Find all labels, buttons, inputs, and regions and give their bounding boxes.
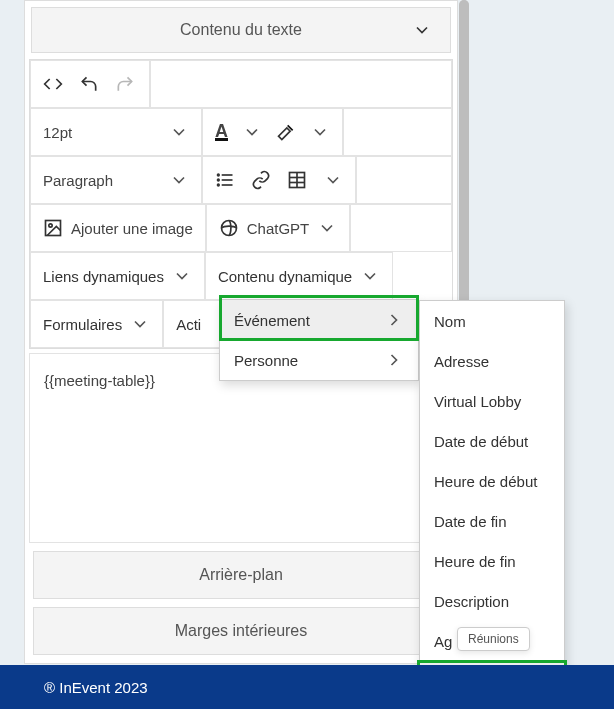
svg-point-11 — [49, 224, 52, 227]
submenu-item-end-time[interactable]: Heure de fin — [420, 541, 564, 581]
chevron-down-icon — [317, 218, 337, 238]
section-background-label: Arrière-plan — [199, 566, 283, 584]
section-padding-label: Marges intérieures — [175, 622, 308, 640]
submenu-item-end-date[interactable]: Date de fin — [420, 501, 564, 541]
toolbar-spacer — [343, 108, 452, 156]
submenu-label: Description — [434, 593, 509, 610]
submenu-label: Heure de fin — [434, 553, 516, 570]
table-icon[interactable] — [287, 170, 307, 190]
menu-item-person[interactable]: Personne — [220, 340, 418, 380]
footer-text: ® InEvent 2023 — [44, 679, 148, 696]
block-format-value: Paragraph — [43, 172, 113, 189]
text-color-icon: A — [215, 124, 228, 141]
chatgpt-icon — [219, 218, 239, 238]
dynamic-links-label: Liens dynamiques — [43, 268, 164, 285]
submenu-label: Date de fin — [434, 513, 507, 530]
toolbar-group-history — [30, 60, 150, 108]
forms-dropdown[interactable]: Formulaires — [30, 300, 163, 348]
toolbar-spacer — [356, 156, 452, 204]
activity-label: Acti — [176, 316, 201, 333]
chevron-down-icon — [172, 266, 192, 286]
chevron-down-icon — [169, 122, 189, 142]
section-header-background[interactable]: Arrière-plan — [33, 551, 449, 599]
submenu-item-address[interactable]: Adresse — [420, 341, 564, 381]
forms-label: Formulaires — [43, 316, 122, 333]
chevron-down-icon[interactable] — [323, 170, 343, 190]
add-image-button[interactable]: Ajouter une image — [30, 204, 206, 252]
menu-item-label: Personne — [234, 352, 298, 369]
chevron-down-icon[interactable] — [242, 122, 262, 142]
undo-icon[interactable] — [79, 74, 99, 94]
redo-icon[interactable] — [115, 74, 135, 94]
link-icon[interactable] — [251, 170, 271, 190]
svg-point-5 — [218, 184, 220, 186]
submenu-item-name[interactable]: Nom — [420, 301, 564, 341]
footer: ® InEvent 2023 — [0, 665, 614, 709]
menu-item-label: Événement — [234, 312, 310, 329]
chevron-down-icon — [130, 314, 150, 334]
chatgpt-button[interactable]: ChatGPT — [206, 204, 351, 252]
tooltip-meetings: Réunions — [457, 627, 530, 651]
code-icon[interactable] — [43, 74, 63, 94]
text-color-button[interactable]: A — [215, 124, 228, 141]
svg-point-12 — [221, 221, 236, 236]
submenu-label: Heure de début — [434, 473, 537, 490]
chevron-right-icon — [384, 310, 404, 330]
scrollbar-thumb[interactable] — [459, 0, 469, 316]
svg-point-3 — [218, 174, 220, 176]
dynamic-content-dropdown[interactable]: Contenu dynamique — [205, 252, 393, 300]
submenu-label: Ag — [434, 633, 452, 650]
scrollbar[interactable] — [459, 0, 469, 316]
submenu-item-start-date[interactable]: Date de début — [420, 421, 564, 461]
editor-content[interactable]: {{meeting-table}} — [29, 353, 453, 543]
chevron-right-icon — [384, 350, 404, 370]
submenu-item-description[interactable]: Description — [420, 581, 564, 621]
font-size-value: 12pt — [43, 124, 72, 141]
section-header-text-content[interactable]: Contenu du texte — [31, 7, 451, 53]
toolbar-group-insert — [202, 156, 356, 204]
submenu-label: Date de début — [434, 433, 528, 450]
font-size-select[interactable]: 12pt — [30, 108, 202, 156]
dynamic-content-label: Contenu dynamique — [218, 268, 352, 285]
dynamic-content-menu: Événement Personne — [219, 299, 419, 381]
toolbar-group-color: A — [202, 108, 343, 156]
svg-point-4 — [218, 179, 220, 181]
block-format-select[interactable]: Paragraph — [30, 156, 202, 204]
toolbar-spacer — [350, 204, 452, 252]
chevron-down-icon — [360, 266, 380, 286]
chevron-down-icon — [169, 170, 189, 190]
tooltip-text: Réunions — [468, 632, 519, 646]
submenu-item-virtual-lobby[interactable]: Virtual Lobby — [420, 381, 564, 421]
list-icon[interactable] — [215, 170, 235, 190]
submenu-label: Nom — [434, 313, 466, 330]
section-header-padding[interactable]: Marges intérieures — [33, 607, 449, 655]
section-title: Contenu du texte — [180, 21, 302, 39]
chatgpt-label: ChatGPT — [247, 220, 310, 237]
activity-dropdown[interactable]: Acti — [163, 300, 223, 348]
menu-item-event[interactable]: Événement — [220, 300, 418, 340]
submenu-label: Virtual Lobby — [434, 393, 521, 410]
highlight-icon[interactable] — [276, 122, 296, 142]
submenu-label: Adresse — [434, 353, 489, 370]
submenu-item-start-time[interactable]: Heure de début — [420, 461, 564, 501]
add-image-label: Ajouter une image — [71, 220, 193, 237]
content-token: {{meeting-table}} — [44, 372, 155, 389]
chevron-down-icon — [412, 20, 432, 40]
chevron-down-icon[interactable] — [310, 122, 330, 142]
dynamic-links-dropdown[interactable]: Liens dynamiques — [30, 252, 205, 300]
toolbar-spacer — [150, 60, 452, 108]
image-icon — [43, 218, 63, 238]
